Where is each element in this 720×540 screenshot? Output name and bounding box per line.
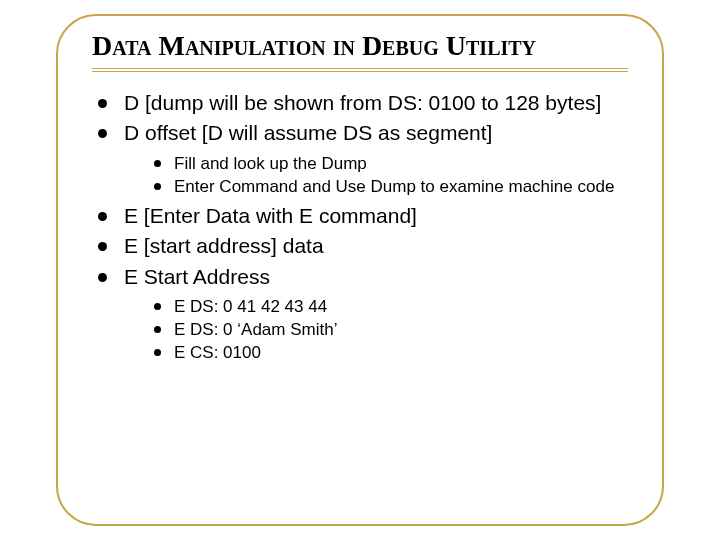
- sub-bullet-list: E DS: 0 41 42 43 44 E DS: 0 ‘Adam Smith’…: [94, 296, 628, 364]
- list-item: D [dump will be shown from DS: 0100 to 1…: [94, 90, 628, 116]
- list-item: E [Enter Data with E command]: [94, 203, 628, 229]
- main-bullet-list: D [dump will be shown from DS: 0100 to 1…: [94, 90, 628, 147]
- list-item: E [start address] data: [94, 233, 628, 259]
- list-item: E Start Address: [94, 264, 628, 290]
- slide-frame: Data Manipulation in Debug Utility D [du…: [56, 14, 664, 526]
- sub-bullet-list: Fill and look up the Dump Enter Command …: [94, 153, 628, 198]
- list-item: Enter Command and Use Dump to examine ma…: [150, 176, 628, 197]
- main-bullet-list: E [Enter Data with E command] E [start a…: [94, 203, 628, 290]
- list-item: E DS: 0 41 42 43 44: [150, 296, 628, 317]
- slide-content: D [dump will be shown from DS: 0100 to 1…: [92, 90, 628, 364]
- slide-title: Data Manipulation in Debug Utility: [92, 30, 628, 62]
- list-item: Fill and look up the Dump: [150, 153, 628, 174]
- list-item: D offset [D will assume DS as segment]: [94, 120, 628, 146]
- title-underline: [92, 68, 628, 72]
- list-item: E CS: 0100: [150, 342, 628, 363]
- list-item: E DS: 0 ‘Adam Smith’: [150, 319, 628, 340]
